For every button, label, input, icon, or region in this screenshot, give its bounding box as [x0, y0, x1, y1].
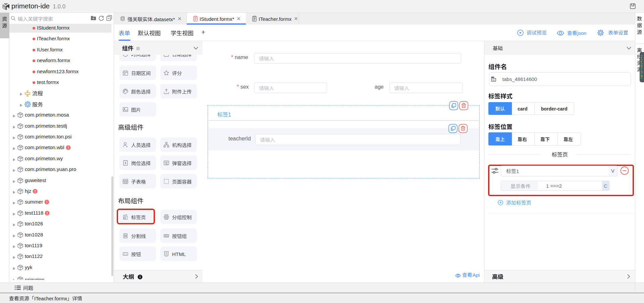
svg-text:BTN: BTN [165, 235, 167, 237]
svg-text:BTN: BTN [124, 253, 126, 255]
svg-text:Tab: Tab [492, 79, 495, 81]
